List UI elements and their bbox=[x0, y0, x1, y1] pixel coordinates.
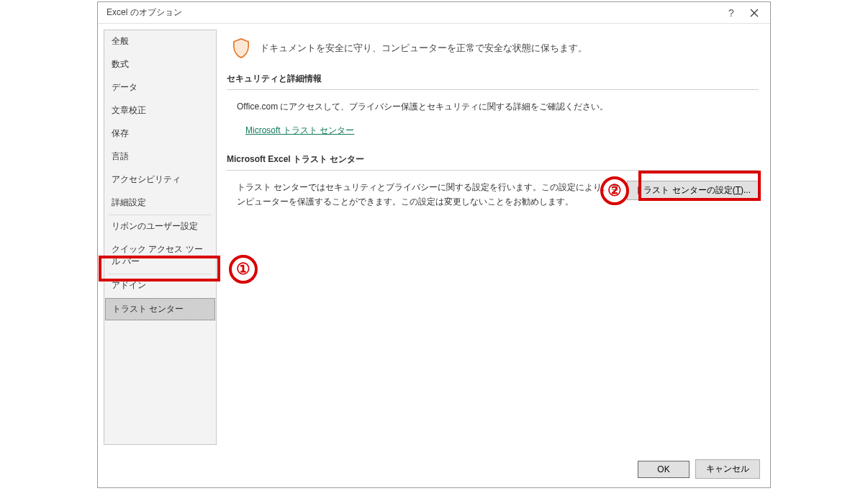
close-icon bbox=[750, 9, 759, 17]
sidebar-item-advanced[interactable]: 詳細設定 bbox=[104, 192, 216, 215]
content-header-text: ドキュメントを安全に守り、コンピューターを正常で安全な状態に保ちます。 bbox=[260, 42, 587, 55]
sidebar-item-general[interactable]: 全般 bbox=[104, 30, 216, 53]
sidebar-item-addins[interactable]: アドイン bbox=[104, 274, 216, 297]
sidebar-item-trust-center[interactable]: トラスト センター bbox=[105, 298, 215, 320]
section-trust-body: トラスト センターではセキュリティとプライバシーに関する設定を行います。この設定… bbox=[227, 181, 759, 208]
sidebar-item-proofing[interactable]: 文章校正 bbox=[104, 99, 216, 122]
content-pane: ドキュメントを安全に守り、コンピューターを正常で安全な状態に保ちます。 セキュリ… bbox=[222, 24, 770, 451]
trust-row: トラスト センターではセキュリティとプライバシーに関する設定を行います。この設定… bbox=[237, 181, 759, 208]
help-button[interactable]: ? bbox=[721, 3, 741, 23]
sidebar-item-ribbon[interactable]: リボンのユーザー設定 bbox=[104, 215, 216, 238]
section-security-body: Office.com にアクセスして、プライバシー保護とセキュリティに関する詳細… bbox=[227, 100, 759, 138]
trust-description: トラスト センターではセキュリティとプライバシーに関する設定を行います。この設定… bbox=[237, 181, 620, 208]
shield-icon bbox=[231, 38, 251, 58]
sidebar-item-language[interactable]: 言語 bbox=[104, 145, 216, 168]
section-security-title: セキュリティと詳細情報 bbox=[227, 73, 759, 90]
titlebar: Excel のオプション ? bbox=[98, 2, 770, 24]
main-area: 全般 数式 データ 文章校正 保存 言語 アクセシビリティ 詳細設定 リボンのユ… bbox=[98, 24, 770, 451]
ok-button[interactable]: OK bbox=[638, 461, 690, 478]
section-trust-title: Microsoft Excel トラスト センター bbox=[227, 153, 759, 171]
dialog-title: Excel のオプション bbox=[107, 6, 721, 19]
sidebar-item-accessibility[interactable]: アクセシビリティ bbox=[104, 168, 216, 192]
trust-center-settings-button[interactable]: トラスト センターの設定(T)... bbox=[627, 181, 759, 200]
options-dialog: Excel のオプション ? 全般 数式 データ 文章校正 保存 言語 アクセシ… bbox=[97, 1, 771, 488]
security-description: Office.com にアクセスして、プライバシー保護とセキュリティに関する詳細… bbox=[237, 102, 608, 112]
sidebar-item-save[interactable]: 保存 bbox=[104, 122, 216, 145]
trust-center-link[interactable]: Microsoft トラスト センター bbox=[245, 124, 354, 138]
button-bar: OK キャンセル bbox=[98, 451, 770, 487]
cancel-button[interactable]: キャンセル bbox=[695, 459, 760, 479]
category-sidebar: 全般 数式 データ 文章校正 保存 言語 アクセシビリティ 詳細設定 リボンのユ… bbox=[104, 30, 217, 445]
sidebar-item-formulas[interactable]: 数式 bbox=[104, 53, 216, 76]
trust-button-key: T bbox=[736, 185, 741, 195]
trust-button-prefix: トラスト センターの設定( bbox=[635, 185, 735, 195]
close-button[interactable] bbox=[744, 3, 764, 23]
sidebar-item-qat[interactable]: クイック アクセス ツール バー bbox=[104, 238, 216, 274]
trust-button-suffix: )... bbox=[741, 185, 751, 195]
sidebar-item-data[interactable]: データ bbox=[104, 76, 216, 99]
content-header: ドキュメントを安全に守り、コンピューターを正常で安全な状態に保ちます。 bbox=[227, 38, 759, 58]
